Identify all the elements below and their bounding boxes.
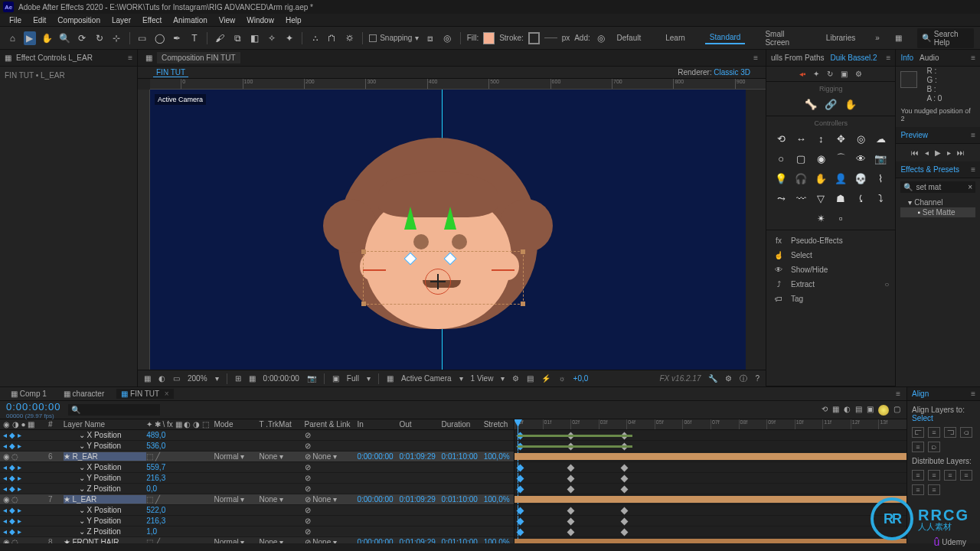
- effects-folder[interactable]: ▾ Channel: [900, 197, 975, 207]
- panel-options-icon[interactable]: ≡: [887, 54, 891, 62]
- keyframe-icon[interactable]: [517, 465, 524, 472]
- panel-options-icon[interactable]: ≡: [971, 54, 975, 62]
- timeline-track[interactable]: [514, 452, 906, 462]
- timeline-track[interactable]: [514, 494, 906, 505]
- camera-value[interactable]: Active Camera: [401, 374, 452, 383]
- keyframe-icon[interactable]: [567, 507, 575, 515]
- visibility-icon[interactable]: ◉: [3, 452, 10, 461]
- keyframe-nav-icon[interactable]: ◂ ◆ ▸: [3, 442, 21, 450]
- exposure-icon[interactable]: ☼: [558, 374, 565, 383]
- play-icon[interactable]: ▶: [935, 148, 941, 157]
- axis-world-icon[interactable]: ⛫: [326, 31, 339, 45]
- keyframe-nav-icon[interactable]: ◂ ◆ ▸: [3, 431, 21, 439]
- menu-view[interactable]: View: [214, 15, 240, 25]
- search-help[interactable]: 🔍 Search Help: [917, 28, 974, 48]
- menu-window[interactable]: Window: [242, 15, 279, 25]
- menu-file[interactable]: File: [5, 15, 26, 25]
- snapping-toggle[interactable]: Snapping ▾: [369, 34, 419, 42]
- last-frame-icon[interactable]: ⏭: [957, 148, 965, 157]
- timeline-property-row[interactable]: ◂ ◆ ▸⌄ Z Position0,0⊘: [0, 484, 514, 494]
- current-time-display[interactable]: 0:00:00:00: [6, 401, 60, 412]
- renderer-value[interactable]: Classic 3D: [714, 68, 750, 77]
- ctrl-blob-icon[interactable]: ☁: [874, 132, 887, 145]
- ctrl-skull-icon[interactable]: 💀: [854, 171, 867, 185]
- add-shape-icon[interactable]: ◎: [595, 31, 608, 45]
- type-tool-icon[interactable]: T: [188, 31, 201, 45]
- workspace-overflow-icon[interactable]: »: [875, 34, 880, 42]
- ctrl-null-icon[interactable]: ▫: [834, 211, 848, 225]
- selection-tool-icon[interactable]: ▶: [24, 31, 37, 45]
- panel-options-icon[interactable]: ≡: [753, 54, 758, 62]
- timeline-property-row[interactable]: ◂ ◆ ▸⌄ Y Position216,3⊘: [0, 516, 514, 527]
- ctrl-horiz-icon[interactable]: ↔: [794, 132, 808, 145]
- menu-layer[interactable]: Layer: [107, 15, 136, 25]
- menu-effect[interactable]: Effect: [138, 15, 166, 25]
- workspace-libraries[interactable]: Libraries: [822, 32, 860, 44]
- ctrl-hand-icon[interactable]: ✋: [814, 171, 828, 185]
- align-vcenter-icon[interactable]: ≡: [912, 442, 924, 452]
- ctrl-move-icon[interactable]: ✥: [834, 132, 848, 145]
- keyframe-icon[interactable]: [621, 486, 629, 494]
- tl-tab-fintut[interactable]: ▦ FIN TUT ×: [116, 389, 173, 399]
- sync-icon[interactable]: ▦: [895, 34, 902, 42]
- timeline-track[interactable]: [514, 527, 906, 537]
- rig-constraint-icon[interactable]: ✋: [844, 97, 858, 111]
- tl-shy-icon[interactable]: ⟲: [822, 405, 828, 416]
- duik-show-hide[interactable]: 👁Show/Hide: [771, 262, 890, 277]
- keyframe-icon[interactable]: [567, 465, 575, 472]
- timeline-property-row[interactable]: ◂ ◆ ▸⌄ X Position559,7⊘: [0, 462, 514, 473]
- fx-help-icon[interactable]: ?: [755, 374, 760, 383]
- channel-icon[interactable]: ◐: [158, 374, 165, 383]
- timeline-layer-row[interactable]: ◉ ◌7★ L_EAR⬚ ╱Normal ▾None ▾⊘ None ▾0:00…: [0, 494, 514, 505]
- effect-controls-tab[interactable]: Effect Controls L_EAR: [16, 54, 93, 62]
- ctrl-hips-icon[interactable]: ▽: [814, 191, 828, 205]
- timeline-track[interactable]: [514, 441, 906, 452]
- prev-frame-icon[interactable]: ◂: [925, 148, 929, 157]
- align-hcenter-icon[interactable]: ≡: [928, 427, 940, 438]
- ctrl-light-icon[interactable]: 💡: [774, 171, 788, 185]
- dist-left-icon[interactable]: ≡: [960, 470, 972, 481]
- pen-tool-icon[interactable]: ✒: [171, 31, 184, 45]
- dist-hcenter-icon[interactable]: ≡: [912, 484, 924, 495]
- ctrl-rotate-icon[interactable]: ⟲: [774, 132, 788, 145]
- keyframe-icon[interactable]: [567, 486, 575, 494]
- options-dot-icon[interactable]: ○: [884, 280, 889, 289]
- menu-help[interactable]: Help: [281, 15, 306, 25]
- solo-icon[interactable]: ◌: [11, 495, 18, 504]
- keyframe-icon[interactable]: [517, 529, 524, 536]
- keyframe-icon[interactable]: [567, 475, 575, 483]
- align-left-icon[interactable]: ⫍: [912, 427, 924, 438]
- ctrl-tail-icon[interactable]: 〰: [794, 191, 808, 205]
- align-right-icon[interactable]: ⫎: [944, 427, 956, 438]
- keyframe-icon[interactable]: [567, 529, 575, 536]
- tl-render-icon[interactable]: ▢: [893, 405, 900, 416]
- panel-options-icon[interactable]: ≡: [128, 54, 132, 62]
- axis-local-icon[interactable]: ⛬: [309, 31, 322, 45]
- tab-audio[interactable]: Audio: [920, 54, 939, 62]
- workspace-standard[interactable]: Standard: [705, 31, 746, 44]
- anchor-tool-icon[interactable]: ⊹: [110, 31, 123, 45]
- keyframe-icon[interactable]: [621, 465, 629, 472]
- duik-anim-icon[interactable]: ↻: [827, 70, 833, 78]
- view-options-icon[interactable]: ⚙: [512, 374, 519, 383]
- resolution-value[interactable]: Full: [347, 374, 359, 383]
- timeline-property-row[interactable]: ◂ ◆ ▸⌄ Y Position536,0⊘: [0, 441, 514, 452]
- panel-options-icon[interactable]: ≡: [971, 165, 975, 174]
- x-axis-arrow-icon[interactable]: [492, 269, 514, 271]
- grid-icon[interactable]: ⊞: [235, 374, 241, 383]
- visibility-icon[interactable]: ◉: [3, 538, 10, 543]
- duik-select[interactable]: ☝Select: [771, 248, 890, 262]
- x-axis-arrow-icon[interactable]: [363, 269, 386, 271]
- rect-tool-icon[interactable]: ▭: [136, 31, 149, 45]
- panel-menu-icon[interactable]: ▦: [5, 54, 11, 62]
- brush-tool-icon[interactable]: 🖌: [214, 31, 227, 45]
- timeline-layer-row[interactable]: ◉ ◌6★ R_EAR⬚ ╱Normal ▾None ▾⊘ None ▾0:00…: [0, 452, 514, 462]
- ellipse-tool-icon[interactable]: ◯: [153, 31, 166, 45]
- views-value[interactable]: 1 View: [471, 374, 494, 383]
- canvas[interactable]: Active Camera: [150, 90, 746, 370]
- panel-options-icon[interactable]: ≡: [971, 131, 975, 139]
- keyframe-icon[interactable]: [621, 475, 629, 483]
- keyframe-icon[interactable]: [517, 486, 524, 494]
- duik-back-icon[interactable]: ◂▪: [799, 70, 806, 78]
- align-target[interactable]: Select: [912, 414, 933, 422]
